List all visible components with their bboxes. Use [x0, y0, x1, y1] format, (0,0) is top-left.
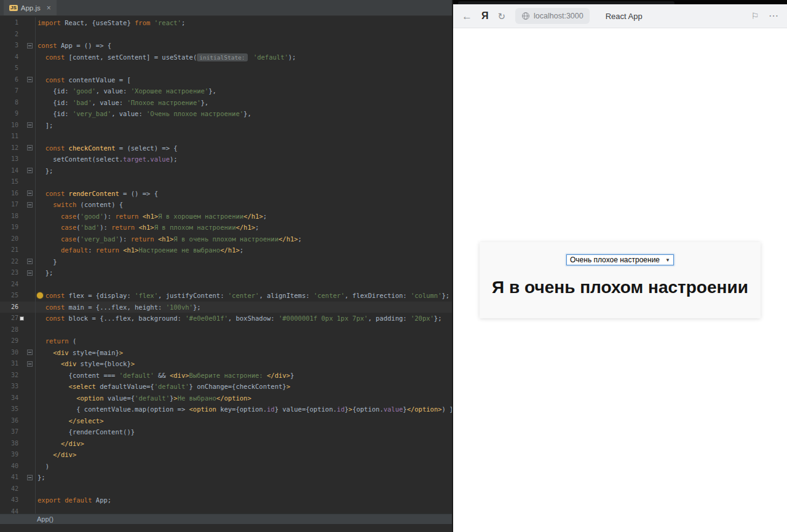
fold-marker-icon[interactable] [27, 270, 33, 276]
code-line[interactable]: 40 ) [0, 461, 452, 472]
mood-select[interactable]: Очень плохое настроение ▼ [566, 254, 674, 265]
code-area[interactable]: 1import React, {useState} from 'react';2… [0, 16, 452, 514]
code-line[interactable]: 14 }; [0, 165, 452, 177]
code-line[interactable]: 9 {id: 'very_bad', value: 'Очень плохое … [0, 108, 452, 120]
intention-bulb-icon[interactable] [37, 292, 43, 299]
line-number[interactable]: 17 [0, 199, 18, 211]
code-text[interactable] [36, 279, 452, 291]
code-line[interactable]: 16 const renderContent = () => { [0, 188, 452, 200]
line-number[interactable]: 32 [0, 370, 18, 381]
line-number[interactable]: 30 [0, 347, 18, 359]
code-text[interactable]: } [36, 256, 452, 268]
fold-marker-icon[interactable] [27, 43, 33, 49]
line-number[interactable]: 40 [0, 461, 18, 472]
code-line[interactable]: 27 const block = {...flex, background: '… [0, 313, 452, 324]
line-number[interactable]: 5 [0, 63, 18, 74]
code-text[interactable]: const main = {...flex, height: '100vh'}; [36, 302, 452, 313]
code-text[interactable]: const block = {...flex, background: '#e0… [36, 313, 452, 324]
line-number[interactable]: 6 [0, 74, 18, 86]
line-number[interactable]: 36 [0, 415, 18, 427]
code-text[interactable] [36, 131, 452, 143]
code-line[interactable]: 26 const main = {...flex, height: '100vh… [0, 302, 452, 313]
line-number[interactable]: 21 [0, 244, 18, 256]
code-text[interactable]: <div style={main}> [36, 347, 452, 359]
code-line[interactable]: 43export default App; [0, 495, 452, 506]
code-line[interactable]: 28 [0, 324, 452, 336]
code-text[interactable]: }; [36, 472, 452, 483]
address-bar[interactable]: localhost:3000 [515, 8, 590, 24]
fold-marker-icon[interactable] [27, 168, 33, 173]
code-text[interactable] [36, 483, 452, 495]
code-line[interactable]: 5 [0, 63, 452, 74]
back-icon[interactable]: ← [462, 11, 472, 22]
tab-close-icon[interactable]: × [47, 4, 51, 12]
code-line[interactable]: 21 default: return <h1>Настроение не выб… [0, 244, 452, 256]
code-line[interactable]: 37 {renderContent()} [0, 426, 452, 438]
line-number[interactable]: 8 [0, 97, 18, 109]
code-line[interactable]: 2 [0, 29, 452, 41]
code-text[interactable]: import React, {useState} from 'react'; [36, 17, 452, 29]
code-line[interactable]: 19 case('bad'): return <h1>Я в плохом на… [0, 222, 452, 233]
line-number[interactable]: 7 [0, 85, 18, 97]
line-number[interactable]: 39 [0, 449, 18, 461]
code-text[interactable]: </select> [36, 415, 452, 427]
color-preview-chip[interactable] [20, 316, 24, 321]
code-text[interactable]: }; [36, 165, 452, 177]
line-number[interactable]: 41 [0, 472, 18, 483]
line-number[interactable]: 38 [0, 438, 18, 450]
browser-tab[interactable] [458, 1, 674, 4]
code-line[interactable]: 13 setContent(select.target.value); [0, 154, 452, 165]
line-number[interactable]: 19 [0, 222, 18, 233]
code-text[interactable] [36, 506, 452, 514]
code-text[interactable]: {id: 'bad', value: 'Плохое настроение'}, [36, 97, 452, 109]
reload-icon[interactable]: ↻ [498, 12, 506, 21]
line-number[interactable]: 13 [0, 154, 18, 165]
code-text[interactable] [36, 63, 452, 74]
code-line[interactable]: 4 const [content, setContent] = useState… [0, 52, 452, 63]
code-line[interactable]: 15 [0, 176, 452, 188]
line-number[interactable]: 44 [0, 506, 18, 514]
bookmark-flag-icon[interactable]: ⚐ [751, 12, 759, 20]
code-line[interactable]: 7 {id: 'good', value: 'Хорошее настроени… [0, 85, 452, 97]
code-line[interactable]: 1import React, {useState} from 'react'; [0, 17, 452, 29]
fold-marker-icon[interactable] [27, 350, 33, 355]
code-line[interactable]: 42 [0, 483, 452, 495]
line-number[interactable]: 28 [0, 324, 18, 336]
line-number[interactable]: 1 [0, 17, 18, 29]
line-number[interactable]: 9 [0, 108, 18, 120]
code-text[interactable]: return ( [36, 335, 452, 347]
line-number[interactable]: 37 [0, 426, 18, 438]
code-line[interactable]: 25 const flex = {display: 'flex', justif… [0, 290, 452, 302]
code-text[interactable]: ) [36, 461, 452, 472]
line-number[interactable]: 35 [0, 404, 18, 415]
line-number[interactable]: 12 [0, 143, 18, 154]
line-number[interactable]: 15 [0, 176, 18, 188]
line-number[interactable]: 4 [0, 52, 18, 63]
code-text[interactable]: case('bad'): return <h1>Я в плохом настр… [36, 222, 452, 233]
code-line[interactable]: 24 [0, 279, 452, 291]
code-text[interactable]: case('very_bad'): return <h1>Я в очень п… [36, 233, 452, 245]
code-line[interactable]: 36 </select> [0, 415, 452, 427]
line-number[interactable]: 11 [0, 131, 18, 143]
code-line[interactable]: 31 <div style={block}> [0, 358, 452, 370]
code-text[interactable]: ]; [36, 120, 452, 131]
code-line[interactable]: 38 </div> [0, 438, 452, 450]
code-text[interactable] [36, 324, 452, 336]
line-number[interactable]: 20 [0, 233, 18, 245]
code-text[interactable]: const flex = {display: 'flex', justifyCo… [36, 290, 452, 302]
line-number[interactable]: 22 [0, 256, 18, 268]
code-line[interactable]: 8 {id: 'bad', value: 'Плохое настроение'… [0, 97, 452, 109]
line-number[interactable]: 42 [0, 483, 18, 495]
code-text[interactable]: </div> [36, 438, 452, 450]
line-number[interactable]: 24 [0, 279, 18, 291]
code-line[interactable]: 39 </div> [0, 449, 452, 461]
code-text[interactable]: setContent(select.target.value); [36, 154, 452, 165]
code-line[interactable]: 35 { contentValue.map(option => <option … [0, 404, 452, 415]
line-number[interactable]: 10 [0, 120, 18, 131]
breadcrumb[interactable]: App() [37, 515, 53, 523]
code-text[interactable]: default: return <h1>Настроение не выбран… [36, 244, 452, 256]
line-number[interactable]: 43 [0, 495, 18, 506]
fold-marker-icon[interactable] [27, 475, 33, 480]
code-text[interactable]: {id: 'very_bad', value: 'Очень плохое на… [36, 108, 452, 120]
line-number[interactable]: 23 [0, 267, 18, 279]
